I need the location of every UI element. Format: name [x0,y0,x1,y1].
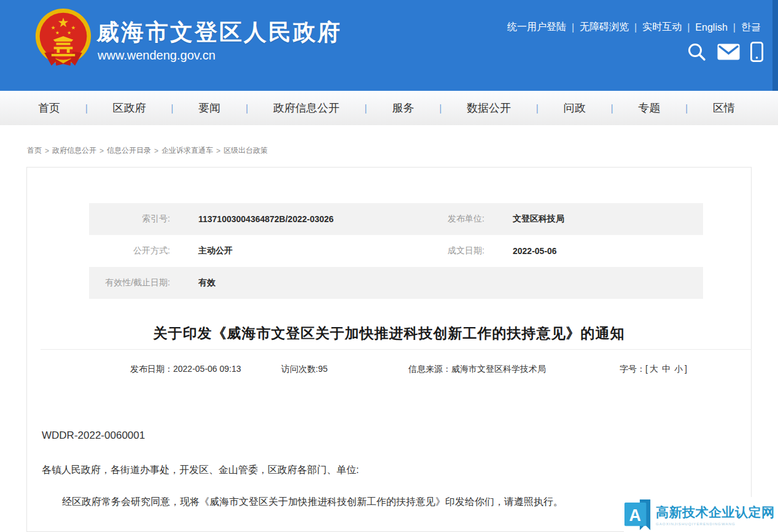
nav-item-info-disclosure[interactable]: 政府信息公开 [273,101,340,115]
nav-item-topics[interactable]: 专题 [638,101,660,115]
table-row: 公开方式: 主动公开 成文日期: 2022-05-06 [89,235,703,267]
breadcrumb-separator: > [216,147,220,155]
top-link-accessibility[interactable]: 无障碍浏览 [580,21,629,34]
article-meta: 发布日期：2022-05-06 09:13 访问次数:95 信息来源：威海市文登… [27,364,751,377]
breadcrumb-separator: > [45,147,49,155]
nav-item-news[interactable]: 要闻 [198,101,220,115]
svg-text:★: ★ [67,30,71,36]
issuing-unit-value: 文登区科技局 [513,214,697,225]
national-emblem-logo: ★ ★ ★ ★ ★ [34,7,93,68]
font-size-control: 字号：[大中小] [620,364,687,375]
issuing-unit-label: 发布单位: [437,214,484,225]
top-link-interaction[interactable]: 实时互动 [642,21,682,34]
nav-separator: | [365,102,367,114]
table-row: 索引号: 11371003004364872B/2022-03026 发布单位:… [89,203,703,235]
nav-item-home[interactable]: 首页 [38,101,60,115]
publish-date: 发布日期：2022-05-06 09:13 [130,364,241,375]
nav-item-services[interactable]: 服务 [392,101,414,115]
disclosure-method-label: 公开方式: [89,245,170,256]
svg-text:★: ★ [71,25,76,31]
breadcrumb-current: 区级出台政策 [224,145,268,156]
document-date-label: 成文日期: [437,245,484,256]
nav-item-district-gov[interactable]: 区政府 [113,101,146,115]
site-header: ★ ★ ★ ★ ★ 威海市文登区人民政府 www.wendeng.gov.cn … [0,0,778,91]
font-size-medium-button[interactable]: 中 [660,364,672,374]
table-row: 有效性/截止日期: 有效 [89,267,703,299]
page-title: 关于印发《威海市文登区关于加快推进科技创新工作的扶持意见》的通知 [27,324,751,343]
link-separator: | [733,22,736,33]
site-url: www.wendeng.gov.cn [98,48,216,63]
link-separator: | [634,22,637,33]
main-nav: 首页 | 区政府 | 要闻 | 政府信息公开 | 服务 | 数据公开 | 问政 … [0,91,778,125]
svg-text:★: ★ [55,30,60,36]
nav-separator: | [685,102,688,114]
svg-text:★: ★ [58,15,69,29]
svg-text:★: ★ [51,25,56,31]
breadcrumb-enterprise-channel[interactable]: 企业诉求直通车 [161,145,213,156]
search-icon[interactable] [687,42,707,62]
watermark-subtitle: GAOXINJISHUQIYERENDINGWANG [656,522,775,526]
watermark-title: 高新技术企业认定网 [656,504,775,521]
title-divider [41,349,752,350]
breadcrumb-info-disclosure[interactable]: 政府信息公开 [52,145,96,156]
visit-count: 访问次数:95 [281,364,327,375]
nav-separator: | [246,102,248,114]
nav-item-open-data[interactable]: 数据公开 [467,101,511,115]
font-size-large-button[interactable]: 大 [648,364,660,374]
mobile-icon[interactable] [750,42,763,62]
top-link-english[interactable]: English [695,22,727,33]
breadcrumb: 首页 > 政府信息公开 > 信息公开目录 > 企业诉求直通车 > 区级出台政策 [27,145,268,156]
logo-letter: A [629,506,641,524]
nav-separator: | [85,102,88,114]
gaoxin-logo-icon: A [624,499,652,531]
top-link-unified-login[interactable]: 统一用户登陆 [507,21,566,34]
nav-separator: | [611,102,613,114]
watermark-logo: A 高新技术企业认定网 GAOXINJISHUQIYERENDINGWANG [624,497,778,532]
header-edge-strip [772,0,778,91]
validity-label: 有效性/截止日期: [89,277,170,288]
breadcrumb-separator: > [154,147,158,155]
document-date-value: 2022-05-06 [513,246,697,256]
content-panel: 索引号: 11371003004364872B/2022-03026 发布单位:… [26,167,752,532]
breadcrumb-home[interactable]: 首页 [27,145,42,156]
info-source: 信息来源：威海市文登区科学技术局 [408,364,546,375]
site-title: 威海市文登区人民政府 [96,17,342,48]
font-size-small-button[interactable]: 小 [672,364,685,374]
validity-value: 有效 [198,277,437,288]
salutation-paragraph: 各镇人民政府，各街道办事处，开发区、金山管委，区政府各部门、单位: [42,464,359,477]
nav-separator: | [171,102,174,114]
nav-separator: | [439,102,442,114]
doc-info-table: 索引号: 11371003004364872B/2022-03026 发布单位:… [89,203,703,299]
page: ★ ★ ★ ★ ★ 威海市文登区人民政府 www.wendeng.gov.cn … [0,0,778,532]
nav-item-ask-gov[interactable]: 问政 [564,101,586,115]
index-number-value: 11371003004364872B/2022-03026 [198,214,437,224]
breadcrumb-separator: > [99,147,104,155]
index-number-label: 索引号: [89,214,170,225]
disclosure-method-value: 主动公开 [198,245,437,256]
link-separator: | [687,22,690,33]
header-top-links: 统一用户登陆 | 无障碍浏览 | 实时互动 | English | 한글 [507,21,761,34]
nav-separator: | [536,102,539,114]
breadcrumb-catalog[interactable]: 信息公开目录 [107,145,151,156]
document-number: WDDR-2022-0060001 [42,430,145,442]
top-link-korean[interactable]: 한글 [741,21,761,34]
mail-icon[interactable] [717,44,740,60]
link-separator: | [572,22,574,33]
header-icons [687,42,763,62]
nav-item-district-profile[interactable]: 区情 [713,101,735,115]
